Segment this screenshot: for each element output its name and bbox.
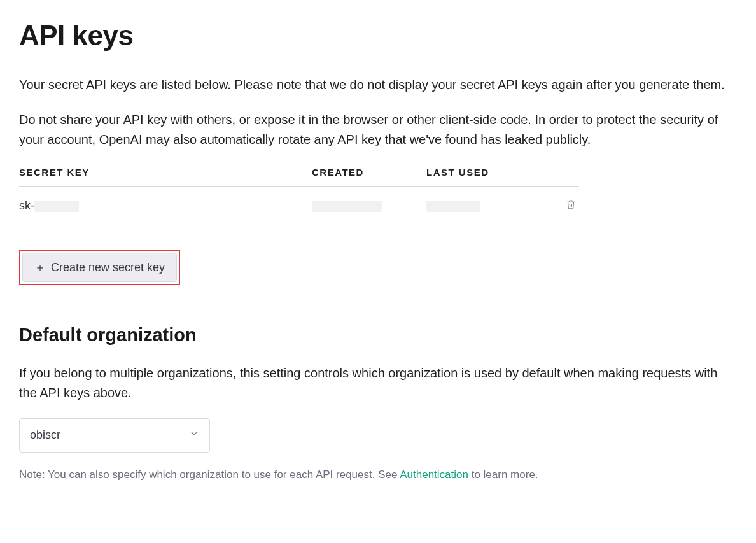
chevron-down-icon <box>189 427 199 444</box>
page-title: API keys <box>19 14 737 57</box>
table-row: sk- <box>19 187 579 234</box>
default-org-heading: Default organization <box>19 321 737 349</box>
create-key-label: Create new secret key <box>51 261 165 274</box>
api-keys-table: SECRET KEY CREATED LAST USED sk- <box>19 165 579 234</box>
org-note: Note: You can also specify which organiz… <box>19 467 737 483</box>
table-header-row: SECRET KEY CREATED LAST USED <box>19 165 579 187</box>
delete-key-button[interactable] <box>563 195 579 215</box>
authentication-link[interactable]: Authentication <box>400 469 468 481</box>
cell-last-used <box>426 197 541 215</box>
note-suffix: to learn more. <box>468 469 538 481</box>
header-last-used: LAST USED <box>426 165 541 180</box>
create-secret-key-button[interactable]: ＋ Create new secret key <box>22 253 177 282</box>
create-key-highlight: ＋ Create new secret key <box>19 250 180 285</box>
redacted-block <box>34 201 79 212</box>
header-created: CREATED <box>312 165 426 180</box>
org-selected-value: obiscr <box>30 427 60 444</box>
redacted-block <box>312 201 382 212</box>
org-select[interactable]: obiscr <box>19 418 210 453</box>
header-secret-key: SECRET KEY <box>19 165 312 180</box>
redacted-block <box>426 201 480 212</box>
trash-icon <box>565 203 577 213</box>
default-org-desc: If you belong to multiple organizations,… <box>19 363 732 403</box>
key-prefix: sk- <box>19 199 34 212</box>
intro-paragraph-1: Your secret API keys are listed below. P… <box>19 75 732 95</box>
cell-secret-key: sk- <box>19 197 312 215</box>
note-prefix: Note: You can also specify which organiz… <box>19 469 400 481</box>
plus-icon: ＋ <box>34 260 46 275</box>
intro-paragraph-2: Do not share your API key with others, o… <box>19 110 732 150</box>
cell-created <box>312 197 426 215</box>
